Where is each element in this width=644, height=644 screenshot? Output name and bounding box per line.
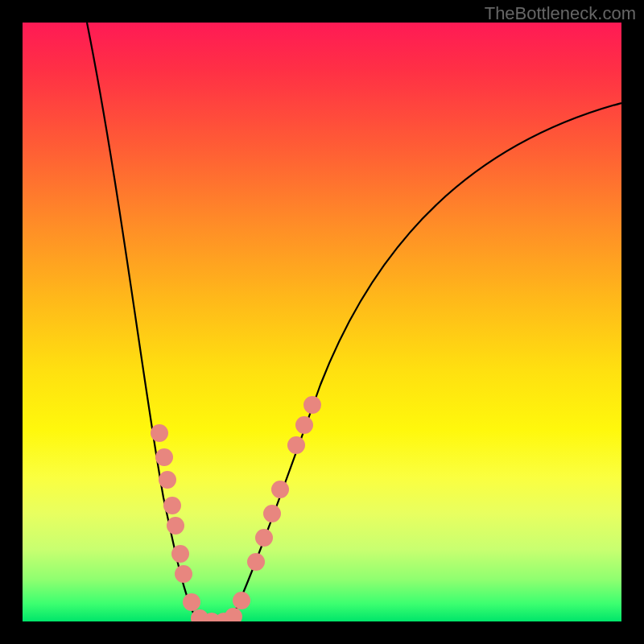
data-marker <box>247 553 265 571</box>
data-marker <box>171 545 189 563</box>
data-marker <box>167 517 184 535</box>
data-marker <box>295 416 313 434</box>
plot-area <box>23 23 621 621</box>
data-marker <box>183 593 200 611</box>
data-marker <box>155 448 173 466</box>
data-marker <box>303 396 321 414</box>
watermark-label: TheBottleneck.com <box>485 3 636 24</box>
data-marker <box>287 436 305 454</box>
data-marker <box>271 481 289 498</box>
bottleneck-curve <box>87 23 621 621</box>
marker-group <box>151 396 321 621</box>
chart-svg <box>23 23 621 621</box>
data-marker <box>175 565 192 583</box>
data-marker <box>263 505 281 522</box>
data-marker <box>151 424 168 442</box>
data-marker <box>225 608 242 621</box>
data-marker <box>163 497 181 514</box>
data-marker <box>233 592 250 609</box>
chart-container: TheBottleneck.com <box>0 0 644 644</box>
data-marker <box>255 529 273 547</box>
data-marker <box>159 471 176 489</box>
